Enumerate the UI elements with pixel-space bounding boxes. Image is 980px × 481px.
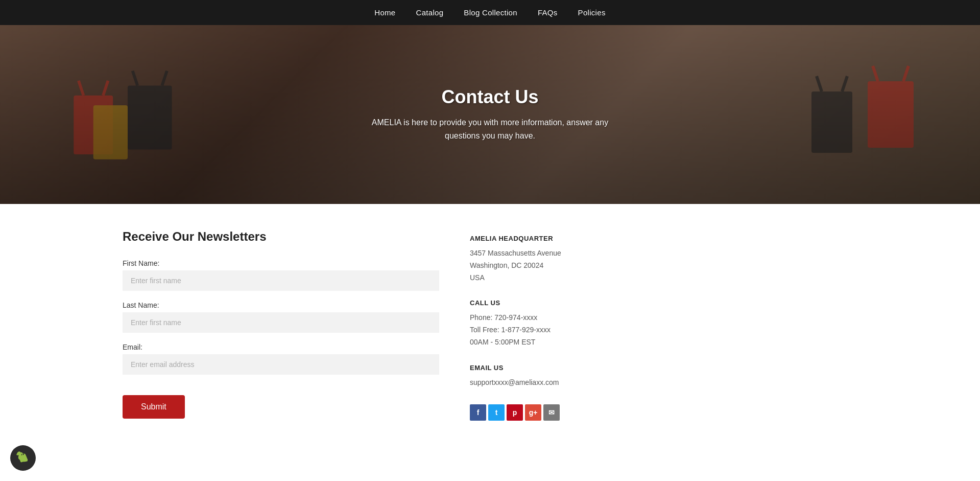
email-input[interactable]: [123, 354, 439, 375]
nav-policies[interactable]: Policies: [578, 8, 606, 17]
nav-home[interactable]: Home: [374, 8, 395, 17]
nav-blog-collection[interactable]: Blog Collection: [464, 8, 517, 17]
headquarter-address: 3457 Massachusetts Avenue Washington, DC…: [470, 247, 633, 284]
main-nav: Home Catalog Blog Collection FAQs Polici…: [0, 0, 980, 25]
first-name-input[interactable]: [123, 270, 439, 291]
headquarter-block: AMELIA HEADQUARTER 3457 Massachusetts Av…: [470, 235, 633, 284]
form-section-title: Receive Our Newsletters: [123, 230, 439, 244]
email-social-icon[interactable]: ✉: [543, 404, 560, 421]
main-content: Receive Our Newsletters First Name: Last…: [0, 204, 980, 460]
contact-info-section: AMELIA HEADQUARTER 3457 Massachusetts Av…: [470, 230, 633, 434]
call-us-heading: CALL US: [470, 299, 633, 307]
call-us-details: Phone: 720-974-xxxx Toll Free: 1-877-929…: [470, 312, 633, 348]
pinterest-icon[interactable]: p: [507, 404, 523, 421]
last-name-input[interactable]: [123, 312, 439, 333]
google-plus-icon[interactable]: g+: [525, 404, 541, 421]
email-group: Email:: [123, 343, 439, 375]
social-icons-bar: f t p g+ ✉: [470, 404, 633, 421]
twitter-icon[interactable]: t: [488, 404, 505, 421]
first-name-group: First Name:: [123, 259, 439, 291]
headquarter-heading: AMELIA HEADQUARTER: [470, 235, 633, 242]
hero-content: Contact Us AMELIA is here to provide you…: [363, 86, 618, 142]
last-name-label: Last Name:: [123, 301, 439, 309]
email-us-heading: EMAIL US: [470, 364, 633, 372]
hero-section: Contact Us AMELIA is here to provide you…: [0, 25, 980, 204]
nav-catalog[interactable]: Catalog: [416, 8, 444, 17]
newsletter-form-section: Receive Our Newsletters First Name: Last…: [123, 230, 439, 434]
email-label: Email:: [123, 343, 439, 351]
facebook-icon[interactable]: f: [470, 404, 486, 421]
hero-title: Contact Us: [363, 86, 618, 108]
email-us-block: EMAIL US supportxxxx@ameliaxx.com: [470, 364, 633, 389]
nav-faqs[interactable]: FAQs: [538, 8, 558, 17]
last-name-group: Last Name:: [123, 301, 439, 333]
first-name-label: First Name:: [123, 259, 439, 267]
call-us-block: CALL US Phone: 720-974-xxxx Toll Free: 1…: [470, 299, 633, 348]
email-us-address: supportxxxx@ameliaxx.com: [470, 377, 633, 389]
hero-subtitle: AMELIA is here to provide you with more …: [363, 116, 618, 142]
submit-button[interactable]: Submit: [123, 395, 185, 419]
